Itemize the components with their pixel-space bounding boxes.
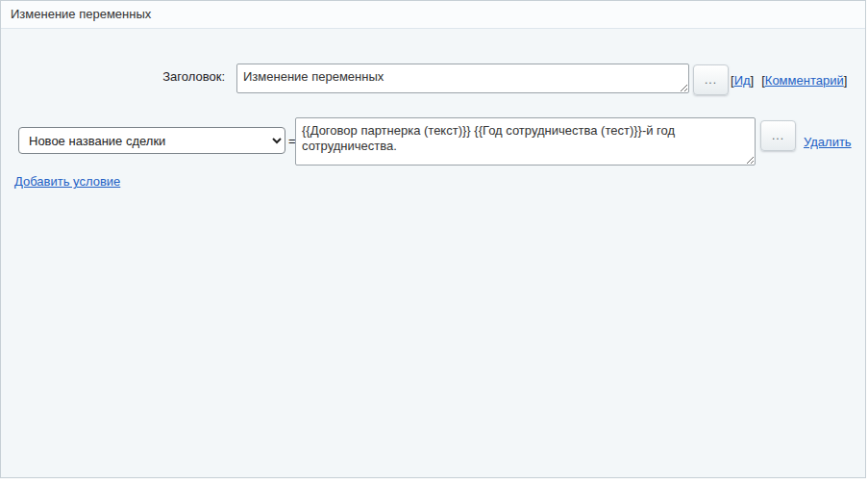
variable-value-more-button[interactable]: ... bbox=[760, 120, 796, 151]
title-textarea[interactable]: Изменение переменных bbox=[236, 64, 689, 93]
title-extra-links: [Ид][Комментарий] bbox=[731, 73, 847, 88]
screenshot-stage: Изменение переменных Заголовок: Изменени… bbox=[0, 0, 868, 484]
title-more-button[interactable]: ... bbox=[693, 64, 729, 95]
add-condition-link[interactable]: Добавить условие bbox=[14, 174, 120, 189]
comment-link[interactable]: Комментарий bbox=[765, 73, 844, 88]
delete-condition-link[interactable]: Удалить bbox=[804, 135, 852, 149]
panel-title: Изменение переменных bbox=[1, 1, 865, 29]
variable-value-textarea[interactable]: {{Договор партнерка (текст)}} {{Год сотр… bbox=[295, 117, 756, 166]
id-link[interactable]: Ид bbox=[734, 73, 751, 88]
id-link-close-bracket: ] bbox=[751, 73, 755, 88]
comment-link-close-bracket: ] bbox=[844, 73, 848, 88]
variable-select[interactable]: Новое название сделки bbox=[18, 127, 285, 154]
activity-settings-panel: Изменение переменных Заголовок: Изменени… bbox=[0, 0, 866, 478]
title-field-label: Заголовок: bbox=[1, 69, 225, 84]
